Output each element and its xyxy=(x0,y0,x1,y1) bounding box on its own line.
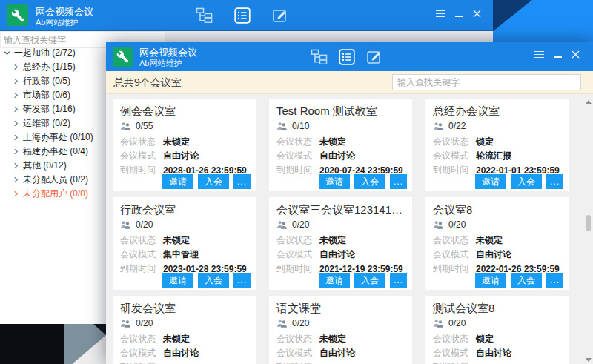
room-name: 会议室8 xyxy=(433,203,564,217)
more-button[interactable]: ... xyxy=(390,273,407,288)
tree-item[interactable]: 总经办 (1/15) xyxy=(0,60,106,74)
vertical-scrollbar[interactable] xyxy=(585,100,592,362)
meeting-room-card: 例会会议室 0/55 会议状态未锁定 会议模式自由讨论 到期时间2028-01-… xyxy=(113,99,256,191)
app-subtitle: Ab网站维护 xyxy=(36,17,78,28)
meeting-room-grid: 例会会议室 0/55 会议状态未锁定 会议模式自由讨论 到期时间2028-01-… xyxy=(113,99,572,364)
meeting-list-button[interactable] xyxy=(233,7,251,24)
scroll-down-icon[interactable] xyxy=(586,358,592,362)
group-icon xyxy=(276,319,288,328)
join-button[interactable]: 入会 xyxy=(354,273,385,288)
expiry-label: 到期时间 xyxy=(120,262,163,275)
tree-item[interactable]: 行政部 (0/5) xyxy=(0,74,106,88)
status-value: 未锁定 xyxy=(163,136,190,148)
invite-button[interactable]: 邀请 xyxy=(162,273,193,288)
wrench-icon xyxy=(116,50,129,63)
title-bar[interactable]: 网会视频会议 Ab网站维护 xyxy=(0,0,493,31)
join-button[interactable]: 入会 xyxy=(511,174,542,189)
edit-icon xyxy=(366,49,382,65)
group-icon xyxy=(120,122,131,130)
invite-button[interactable]: 邀请 xyxy=(162,174,193,189)
sitemap-icon xyxy=(196,7,213,23)
tree-item[interactable]: 运维部 (0/2) xyxy=(0,116,106,130)
expiry-label: 到期时间 xyxy=(433,262,476,275)
status-value: 锁定 xyxy=(476,136,494,148)
more-button[interactable]: ... xyxy=(546,273,563,288)
more-button[interactable]: ... xyxy=(233,273,251,288)
app-subtitle: Ab网站维护 xyxy=(139,58,182,69)
join-button[interactable]: 入会 xyxy=(511,273,542,288)
tree-item[interactable]: 其他 (0/12) xyxy=(0,159,106,173)
room-name: 语文课堂 xyxy=(276,302,408,316)
tree-item[interactable]: 福建办事处 (0/4) xyxy=(0,145,106,159)
more-button[interactable]: ... xyxy=(390,174,407,189)
status-value: 未锁定 xyxy=(319,333,346,345)
meeting-list-button[interactable] xyxy=(338,48,355,65)
status-label: 会议状态 xyxy=(276,136,319,148)
status-value: 锁定 xyxy=(476,333,494,345)
mode-value: 自由讨论 xyxy=(476,248,511,261)
more-button[interactable]: ... xyxy=(233,174,251,189)
mode-label: 会议模式 xyxy=(433,150,476,162)
chevron-down-icon xyxy=(4,50,10,56)
status-value: 未锁定 xyxy=(319,136,346,148)
room-capacity: 0/20 xyxy=(448,219,466,230)
invite-button[interactable]: 邀请 xyxy=(319,273,350,288)
invite-button[interactable]: 邀请 xyxy=(475,174,506,189)
title-bar[interactable]: 网会视频会议 Ab网站维护 xyxy=(106,42,593,71)
contacts-tree-button[interactable] xyxy=(311,48,328,65)
expiry-label: 到期时间 xyxy=(120,361,163,364)
tree-item-root[interactable]: 一起加油 (2/72) xyxy=(0,46,106,60)
chevron-right-icon xyxy=(13,78,19,85)
expiry-label: 到期时间 xyxy=(276,262,319,275)
join-button[interactable]: 入会 xyxy=(198,273,229,288)
meeting-room-card: 会议室8 0/20 会议状态未锁定 会议模式自由讨论 到期时间2022-01-2… xyxy=(425,197,569,290)
group-icon xyxy=(120,319,131,328)
scroll-up-icon[interactable] xyxy=(586,100,592,104)
close-icon[interactable] xyxy=(473,10,481,18)
more-button[interactable]: ... xyxy=(546,174,563,189)
tree-item-unassigned-users[interactable]: 未分配用户 (0/0) xyxy=(0,187,106,201)
invite-button[interactable]: 邀请 xyxy=(319,174,350,189)
room-capacity: 0/22 xyxy=(448,121,466,131)
room-capacity: 0/20 xyxy=(136,318,153,328)
menu-icon[interactable] xyxy=(534,51,544,59)
tree-item[interactable]: 市场部 (0/6) xyxy=(0,88,106,102)
mode-value: 自由讨论 xyxy=(319,347,355,360)
status-value: 未锁定 xyxy=(319,234,346,247)
expiry-label: 到期时间 xyxy=(276,164,319,176)
expiry-label: 到期时间 xyxy=(433,164,476,176)
group-icon xyxy=(120,220,131,229)
join-button[interactable]: 入会 xyxy=(354,174,385,189)
scrollbar-thumb[interactable] xyxy=(586,215,591,231)
room-capacity: 0/20 xyxy=(292,219,309,230)
mode-label: 会议模式 xyxy=(276,248,319,261)
tree-item[interactable]: 研发部 (1/16) xyxy=(0,102,106,116)
minimize-icon[interactable] xyxy=(455,16,463,17)
mode-label: 会议模式 xyxy=(276,347,319,360)
status-label: 会议状态 xyxy=(120,333,163,345)
invite-button[interactable]: 邀请 xyxy=(475,273,506,288)
menu-icon[interactable] xyxy=(436,10,445,18)
tree-item[interactable]: 上海办事处 (0/10) xyxy=(0,130,106,145)
list-icon xyxy=(339,49,355,65)
compose-button[interactable] xyxy=(365,48,382,65)
chevron-right-icon xyxy=(13,176,19,183)
chevron-right-icon xyxy=(13,162,19,169)
status-label: 会议状态 xyxy=(120,136,163,148)
status-value: 未锁定 xyxy=(163,333,190,345)
close-icon[interactable] xyxy=(572,50,580,59)
meeting-room-card: 语文课堂 0/20 会议状态未锁定 会议模式自由讨论 到期时间2022-01-2… xyxy=(269,296,412,364)
minimize-icon[interactable] xyxy=(554,56,562,58)
contacts-tree-button[interactable] xyxy=(196,7,213,24)
join-button[interactable]: 入会 xyxy=(198,174,229,189)
status-label: 会议状态 xyxy=(276,333,319,345)
meeting-room-card: 测试会议室8 0/20 会议状态锁定 会议模式自由讨论 到期时间2021-06-… xyxy=(425,296,569,364)
meeting-room-card: Test Room 测试教室 0/10 会议状态未锁定 会议模式自由讨论 到期时… xyxy=(269,99,412,191)
tree-item[interactable]: 未分配人员 (0/2) xyxy=(0,173,106,187)
mode-value: 自由讨论 xyxy=(319,248,355,261)
chevron-right-icon xyxy=(13,148,19,155)
room-name: 例会会议室 xyxy=(120,105,251,119)
search-input[interactable] xyxy=(392,74,581,90)
chevron-right-icon xyxy=(13,92,19,99)
compose-button[interactable] xyxy=(271,7,288,24)
